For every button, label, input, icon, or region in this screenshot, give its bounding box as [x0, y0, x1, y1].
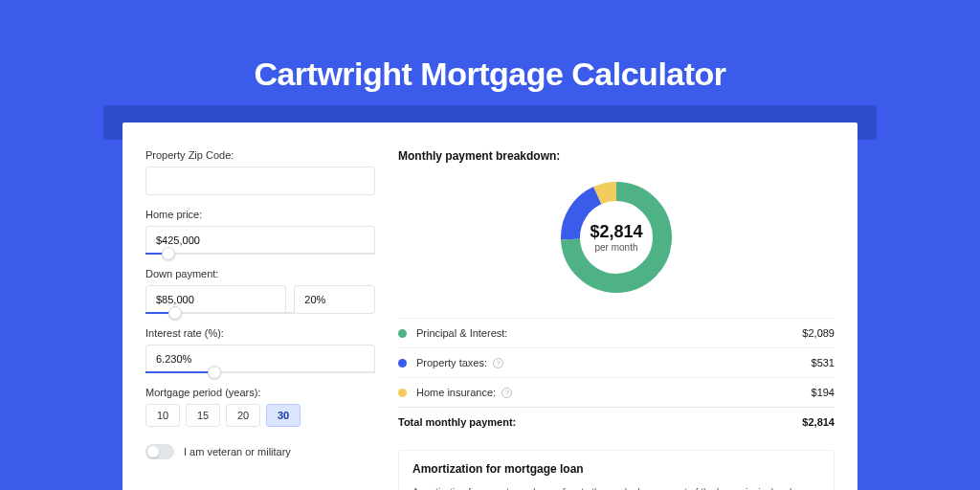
home-price-input[interactable]	[145, 226, 375, 255]
legend-total-row: Total monthly payment:$2,814	[398, 407, 835, 436]
donut-amount: $2,814	[590, 222, 642, 242]
donut-chart: $2,814 per month	[555, 176, 678, 299]
legend-row: Home insurance:?$194	[398, 377, 835, 407]
veteran-toggle[interactable]	[145, 444, 174, 459]
legend-label: Home insurance:?	[416, 387, 812, 398]
legend-label: Principal & Interest:	[416, 327, 802, 339]
legend-row: Property taxes:?$531	[398, 347, 835, 377]
interest-group: Interest rate (%):	[145, 327, 375, 373]
stage: Cartwright Mortgage Calculator Property …	[0, 0, 980, 490]
down-payment-group: Down payment:	[145, 268, 375, 314]
info-icon[interactable]: ?	[493, 358, 503, 368]
donut-chart-wrap: $2,814 per month	[398, 176, 835, 299]
legend-value: $194	[812, 387, 835, 398]
down-payment-slider[interactable]	[145, 312, 295, 314]
legend-dot	[398, 389, 407, 397]
home-price-slider-thumb[interactable]	[162, 247, 175, 260]
down-payment-slider-thumb[interactable]	[168, 306, 182, 320]
period-option-30[interactable]: 30	[266, 404, 301, 427]
legend-value: $531	[812, 357, 835, 368]
inputs-column: Property Zip Code: Home price: Down paym…	[145, 149, 375, 490]
info-icon[interactable]: ?	[501, 388, 512, 398]
legend-value: $2,089	[802, 327, 835, 339]
zip-input[interactable]	[145, 167, 375, 195]
interest-input[interactable]	[145, 345, 375, 373]
period-group: Mortgage period (years): 10152030	[145, 387, 375, 427]
breakdown-column: Monthly payment breakdown: $2,814 per mo…	[398, 149, 835, 490]
period-option-10[interactable]: 10	[145, 404, 180, 427]
home-price-slider[interactable]	[145, 253, 375, 255]
period-option-15[interactable]: 15	[186, 404, 220, 427]
interest-slider[interactable]	[145, 371, 375, 373]
interest-slider-thumb[interactable]	[208, 366, 221, 379]
period-label: Mortgage period (years):	[145, 387, 375, 398]
legend-dot	[398, 329, 407, 338]
down-payment-percent-input[interactable]	[294, 285, 375, 314]
zip-group: Property Zip Code:	[145, 149, 375, 195]
page-title: Cartwright Mortgage Calculator	[0, 0, 980, 93]
home-price-group: Home price:	[145, 209, 375, 255]
legend-total-value: $2,814	[802, 416, 835, 428]
amortization-body: Amortization for a mortgage loan refers …	[412, 485, 820, 490]
amortization-heading: Amortization for mortgage loan	[412, 462, 820, 476]
legend-row: Principal & Interest:$2,089	[398, 318, 835, 347]
legend-label: Property taxes:?	[416, 357, 812, 368]
interest-label: Interest rate (%):	[145, 327, 375, 339]
donut-sublabel: per month	[594, 242, 637, 253]
veteran-label: I am veteran or military	[184, 446, 291, 457]
breakdown-heading: Monthly payment breakdown:	[398, 149, 835, 163]
amortization-section: Amortization for mortgage loan Amortizat…	[398, 450, 835, 490]
donut-center: $2,814 per month	[555, 176, 678, 299]
breakdown-legend: Principal & Interest:$2,089Property taxe…	[398, 318, 835, 436]
calculator-card: Property Zip Code: Home price: Down paym…	[122, 122, 858, 490]
zip-label: Property Zip Code:	[145, 149, 375, 161]
home-price-label: Home price:	[145, 209, 375, 220]
legend-total-label: Total monthly payment:	[398, 416, 802, 428]
down-payment-label: Down payment:	[145, 268, 375, 279]
period-option-20[interactable]: 20	[226, 404, 260, 427]
down-payment-amount-input[interactable]	[145, 285, 286, 314]
legend-dot	[398, 359, 407, 368]
veteran-row: I am veteran or military	[145, 444, 375, 459]
